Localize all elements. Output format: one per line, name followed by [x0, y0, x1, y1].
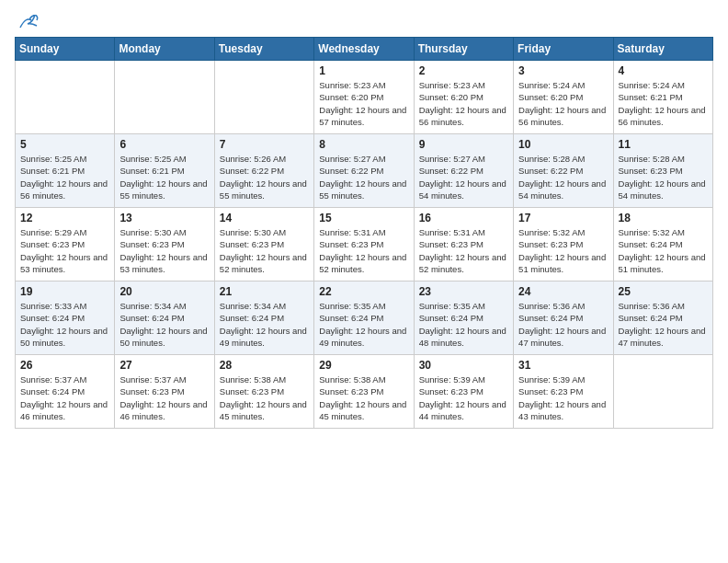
- day-number: 26: [20, 359, 109, 372]
- calendar-week-row: 5Sunrise: 5:25 AM Sunset: 6:21 PM Daylig…: [16, 134, 713, 208]
- day-number: 15: [319, 212, 408, 224]
- calendar-cell: 22Sunrise: 5:35 AM Sunset: 6:24 PM Dayli…: [314, 282, 414, 355]
- day-number: 30: [419, 359, 508, 372]
- day-info: Sunrise: 5:27 AM Sunset: 6:22 PM Dayligh…: [419, 153, 508, 201]
- day-info: Sunrise: 5:35 AM Sunset: 6:24 PM Dayligh…: [419, 300, 508, 349]
- calendar-cell: [214, 61, 313, 134]
- day-number: 5: [20, 138, 109, 151]
- day-info: Sunrise: 5:25 AM Sunset: 6:21 PM Dayligh…: [20, 153, 109, 201]
- calendar-cell: 26Sunrise: 5:37 AM Sunset: 6:24 PM Dayli…: [16, 355, 115, 429]
- calendar-cell: 4Sunrise: 5:24 AM Sunset: 6:21 PM Daylig…: [613, 61, 712, 134]
- calendar-cell: 30Sunrise: 5:39 AM Sunset: 6:23 PM Dayli…: [414, 355, 513, 429]
- calendar-cell: 24Sunrise: 5:36 AM Sunset: 6:24 PM Dayli…: [514, 282, 613, 355]
- calendar-header-row: SundayMondayTuesdayWednesdayThursdayFrid…: [16, 38, 713, 61]
- day-info: Sunrise: 5:38 AM Sunset: 6:23 PM Dayligh…: [220, 373, 309, 422]
- day-number: 3: [518, 64, 608, 77]
- day-info: Sunrise: 5:36 AM Sunset: 6:24 PM Dayligh…: [619, 300, 708, 349]
- day-number: 31: [518, 359, 608, 372]
- weekday-header-wednesday: Wednesday: [314, 38, 414, 61]
- page-header: [15, 15, 713, 28]
- calendar-cell: 20Sunrise: 5:34 AM Sunset: 6:24 PM Dayli…: [115, 282, 214, 355]
- calendar-cell: 5Sunrise: 5:25 AM Sunset: 6:21 PM Daylig…: [16, 134, 115, 208]
- calendar-cell: [16, 61, 115, 134]
- weekday-header-sunday: Sunday: [16, 38, 115, 61]
- day-number: 18: [619, 212, 708, 224]
- day-info: Sunrise: 5:32 AM Sunset: 6:24 PM Dayligh…: [619, 226, 708, 275]
- day-info: Sunrise: 5:37 AM Sunset: 6:23 PM Dayligh…: [119, 373, 209, 422]
- logo: [15, 15, 39, 28]
- day-number: 29: [319, 359, 408, 372]
- day-number: 2: [419, 64, 508, 77]
- day-info: Sunrise: 5:39 AM Sunset: 6:23 PM Dayligh…: [419, 373, 508, 422]
- day-number: 12: [20, 212, 109, 224]
- weekday-header-tuesday: Tuesday: [214, 38, 313, 61]
- calendar-cell: 11Sunrise: 5:28 AM Sunset: 6:23 PM Dayli…: [613, 134, 712, 208]
- weekday-header-saturday: Saturday: [613, 38, 712, 61]
- day-info: Sunrise: 5:26 AM Sunset: 6:22 PM Dayligh…: [220, 153, 309, 201]
- calendar-cell: 28Sunrise: 5:38 AM Sunset: 6:23 PM Dayli…: [214, 355, 313, 429]
- day-number: 4: [619, 64, 708, 77]
- day-info: Sunrise: 5:38 AM Sunset: 6:23 PM Dayligh…: [319, 373, 408, 422]
- day-info: Sunrise: 5:23 AM Sunset: 6:20 PM Dayligh…: [319, 79, 408, 128]
- calendar-cell: 18Sunrise: 5:32 AM Sunset: 6:24 PM Dayli…: [613, 208, 712, 282]
- day-number: 14: [220, 212, 309, 224]
- calendar-cell: 12Sunrise: 5:29 AM Sunset: 6:23 PM Dayli…: [16, 208, 115, 282]
- day-number: 7: [220, 138, 309, 151]
- day-number: 1: [319, 64, 408, 77]
- day-number: 22: [319, 285, 408, 298]
- calendar-cell: 23Sunrise: 5:35 AM Sunset: 6:24 PM Dayli…: [414, 282, 513, 355]
- day-info: Sunrise: 5:24 AM Sunset: 6:20 PM Dayligh…: [518, 79, 608, 128]
- day-info: Sunrise: 5:23 AM Sunset: 6:20 PM Dayligh…: [419, 79, 508, 128]
- calendar-cell: 14Sunrise: 5:30 AM Sunset: 6:23 PM Dayli…: [214, 208, 313, 282]
- day-info: Sunrise: 5:32 AM Sunset: 6:23 PM Dayligh…: [518, 226, 608, 275]
- day-info: Sunrise: 5:24 AM Sunset: 6:21 PM Dayligh…: [619, 79, 708, 128]
- day-number: 11: [619, 138, 708, 151]
- calendar-cell: 8Sunrise: 5:27 AM Sunset: 6:22 PM Daylig…: [314, 134, 414, 208]
- calendar-cell: [613, 355, 712, 429]
- calendar-cell: 1Sunrise: 5:23 AM Sunset: 6:20 PM Daylig…: [314, 61, 414, 134]
- calendar-cell: 25Sunrise: 5:36 AM Sunset: 6:24 PM Dayli…: [613, 282, 712, 355]
- day-number: 20: [119, 285, 209, 298]
- day-info: Sunrise: 5:29 AM Sunset: 6:23 PM Dayligh…: [20, 226, 109, 275]
- day-info: Sunrise: 5:39 AM Sunset: 6:23 PM Dayligh…: [518, 373, 608, 422]
- day-number: 28: [220, 359, 309, 372]
- day-info: Sunrise: 5:34 AM Sunset: 6:24 PM Dayligh…: [119, 300, 209, 349]
- day-info: Sunrise: 5:28 AM Sunset: 6:23 PM Dayligh…: [619, 153, 708, 201]
- calendar-table: SundayMondayTuesdayWednesdayThursdayFrid…: [15, 37, 713, 429]
- day-number: 21: [220, 285, 309, 298]
- weekday-header-friday: Friday: [514, 38, 613, 61]
- weekday-header-thursday: Thursday: [414, 38, 513, 61]
- day-number: 9: [419, 138, 508, 151]
- logo-bird-icon: [18, 15, 39, 31]
- calendar-cell: 9Sunrise: 5:27 AM Sunset: 6:22 PM Daylig…: [414, 134, 513, 208]
- day-number: 25: [619, 285, 708, 298]
- day-info: Sunrise: 5:36 AM Sunset: 6:24 PM Dayligh…: [518, 300, 608, 349]
- day-number: 10: [518, 138, 608, 151]
- day-number: 27: [119, 359, 209, 372]
- day-number: 13: [119, 212, 209, 224]
- calendar-cell: 19Sunrise: 5:33 AM Sunset: 6:24 PM Dayli…: [16, 282, 115, 355]
- day-info: Sunrise: 5:33 AM Sunset: 6:24 PM Dayligh…: [20, 300, 109, 349]
- calendar-cell: 10Sunrise: 5:28 AM Sunset: 6:22 PM Dayli…: [514, 134, 613, 208]
- calendar-cell: 7Sunrise: 5:26 AM Sunset: 6:22 PM Daylig…: [214, 134, 313, 208]
- calendar-cell: 21Sunrise: 5:34 AM Sunset: 6:24 PM Dayli…: [214, 282, 313, 355]
- day-info: Sunrise: 5:35 AM Sunset: 6:24 PM Dayligh…: [319, 300, 408, 349]
- weekday-header-monday: Monday: [115, 38, 214, 61]
- calendar-week-row: 1Sunrise: 5:23 AM Sunset: 6:20 PM Daylig…: [16, 61, 713, 134]
- calendar-cell: [115, 61, 214, 134]
- day-info: Sunrise: 5:30 AM Sunset: 6:23 PM Dayligh…: [119, 226, 209, 275]
- calendar-cell: 29Sunrise: 5:38 AM Sunset: 6:23 PM Dayli…: [314, 355, 414, 429]
- calendar-cell: 27Sunrise: 5:37 AM Sunset: 6:23 PM Dayli…: [115, 355, 214, 429]
- day-number: 6: [119, 138, 209, 151]
- calendar-cell: 2Sunrise: 5:23 AM Sunset: 6:20 PM Daylig…: [414, 61, 513, 134]
- calendar-cell: 17Sunrise: 5:32 AM Sunset: 6:23 PM Dayli…: [514, 208, 613, 282]
- day-info: Sunrise: 5:27 AM Sunset: 6:22 PM Dayligh…: [319, 153, 408, 201]
- day-number: 17: [518, 212, 608, 224]
- calendar-cell: 31Sunrise: 5:39 AM Sunset: 6:23 PM Dayli…: [514, 355, 613, 429]
- day-info: Sunrise: 5:30 AM Sunset: 6:23 PM Dayligh…: [220, 226, 309, 275]
- calendar-week-row: 12Sunrise: 5:29 AM Sunset: 6:23 PM Dayli…: [16, 208, 713, 282]
- calendar-cell: 16Sunrise: 5:31 AM Sunset: 6:23 PM Dayli…: [414, 208, 513, 282]
- day-info: Sunrise: 5:31 AM Sunset: 6:23 PM Dayligh…: [419, 226, 508, 275]
- calendar-cell: 3Sunrise: 5:24 AM Sunset: 6:20 PM Daylig…: [514, 61, 613, 134]
- day-info: Sunrise: 5:28 AM Sunset: 6:22 PM Dayligh…: [518, 153, 608, 201]
